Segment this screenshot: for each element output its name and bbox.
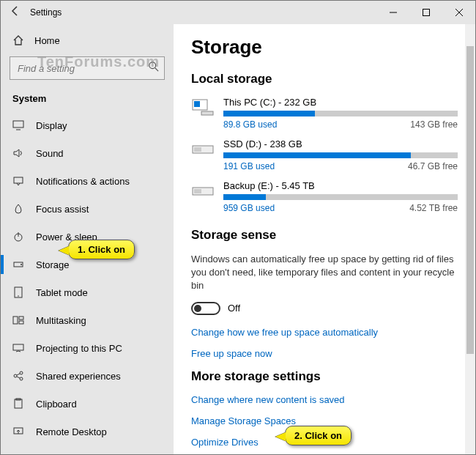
storage-sense-toggle[interactable] [191,302,220,315]
svg-rect-17 [19,321,23,324]
home-label: Home [34,35,60,46]
more-settings-heading: More storage settings [191,369,458,384]
svg-rect-16 [19,317,23,319]
drive-icon-pc [191,98,215,116]
link-new-content[interactable]: Change where new content is saved [191,394,458,405]
svg-rect-6 [13,121,23,127]
svg-point-12 [21,264,22,265]
svg-rect-32 [201,111,213,115]
link-manage-spaces[interactable]: Manage Storage Spaces [191,415,458,426]
home-icon [12,34,24,46]
focus-icon [12,203,24,215]
sound-icon [12,147,24,159]
scroll-thumb[interactable] [466,46,474,354]
svg-rect-36 [194,189,201,193]
sidebar-home[interactable]: Home [1,27,174,53]
nav-label: Remote Desktop [36,426,107,437]
svg-line-23 [17,377,20,378]
nav-label: Storage [36,259,70,270]
multitasking-icon [12,314,24,326]
window-title: Settings [30,7,62,18]
search-icon [149,62,159,72]
local-storage-heading: Local storage [191,72,458,86]
nav-label: Sound [36,148,64,159]
toggle-state-label: Off [228,303,240,314]
remote-icon [12,426,24,437]
drive-icon-ssd [191,140,215,158]
svg-rect-15 [13,317,18,324]
section-heading: System [1,87,174,111]
svg-rect-24 [15,399,22,408]
svg-point-19 [14,374,17,377]
nav-label: Notifications & actions [36,176,130,187]
sidebar-item-tablet[interactable]: Tablet mode [1,278,174,306]
content-pane: Storage Local storage This PC (C:) - 232… [174,24,475,454]
drive-free: 143 GB free [410,119,458,130]
storage-icon [12,259,24,270]
svg-line-5 [155,68,158,71]
nav-label: Projecting to this PC [36,343,122,354]
nav-label: Multitasking [36,315,86,326]
nav-label: Tablet mode [36,287,88,298]
svg-rect-34 [194,147,201,152]
search-input[interactable] [10,56,165,80]
drive-icon-backup [191,182,215,199]
annotation-callout-1: 1. Click on [68,240,135,259]
drive-free: 46.7 GB free [408,161,458,171]
clipboard-icon [12,398,24,410]
drive-row[interactable]: This PC (C:) - 232 GB 89.8 GB used143 GB… [191,97,458,130]
nav-label: Focus assist [36,204,89,215]
sidebar-item-multitasking[interactable]: Multitasking [1,306,174,334]
drive-name: Backup (E:) - 5.45 TB [223,180,458,191]
page-title: Storage [191,36,458,59]
power-icon [12,231,24,243]
sidebar-item-display[interactable]: Display [1,111,174,139]
svg-point-14 [18,295,19,297]
link-change-free-up[interactable]: Change how we free up space automaticall… [191,327,458,338]
sidebar-item-about[interactable]: About [1,445,174,455]
svg-point-4 [149,62,156,69]
sidebar-item-remote[interactable]: Remote Desktop [1,418,174,445]
drive-used: 959 GB used [223,203,275,213]
sidebar-item-focus[interactable]: Focus assist [1,195,174,223]
nav-label: Shared experiences [36,371,121,382]
drive-free: 4.52 TB free [409,203,458,213]
maximize-button[interactable] [409,1,442,24]
drive-name: SSD (D:) - 238 GB [223,138,458,149]
back-button[interactable] [1,5,30,20]
tablet-icon [12,286,24,298]
svg-point-20 [20,371,23,374]
sidebar-item-sound[interactable]: Sound [1,139,174,167]
sidebar-item-clipboard[interactable]: Clipboard [1,390,174,418]
usage-bar [223,152,458,158]
nav-label: Display [36,120,67,131]
drive-row[interactable]: Backup (E:) - 5.45 TB 959 GB used4.52 TB… [191,180,458,213]
storage-sense-heading: Storage sense [191,228,458,243]
usage-bar [223,194,458,200]
drive-row[interactable]: SSD (D:) - 238 GB 191 GB used46.7 GB fre… [191,138,458,171]
minimize-button[interactable] [376,1,409,24]
svg-line-22 [17,374,20,375]
scrollbar[interactable] [465,24,475,454]
storage-sense-description: Windows can automatically free up space … [191,253,458,293]
svg-rect-31 [194,101,200,107]
shared-icon [12,370,24,382]
usage-bar [223,111,458,116]
sidebar-item-shared[interactable]: Shared experiences [1,362,174,390]
projecting-icon [12,342,24,354]
sidebar-item-projecting[interactable]: Projecting to this PC [1,334,174,362]
svg-rect-18 [13,344,23,350]
drive-used: 191 GB used [223,161,275,171]
display-icon [12,119,24,131]
drive-used: 89.8 GB used [223,119,277,130]
annotation-callout-2: 2. Click on [285,426,352,445]
nav-label: Clipboard [36,399,77,410]
sidebar-item-notifications[interactable]: Notifications & actions [1,167,174,195]
drive-name: This PC (C:) - 232 GB [223,97,458,108]
link-free-up-now[interactable]: Free up space now [191,348,458,359]
svg-rect-8 [14,177,23,183]
notifications-icon [12,175,24,187]
titlebar: Settings [1,1,475,24]
svg-point-21 [20,377,23,380]
close-button[interactable] [442,1,475,24]
